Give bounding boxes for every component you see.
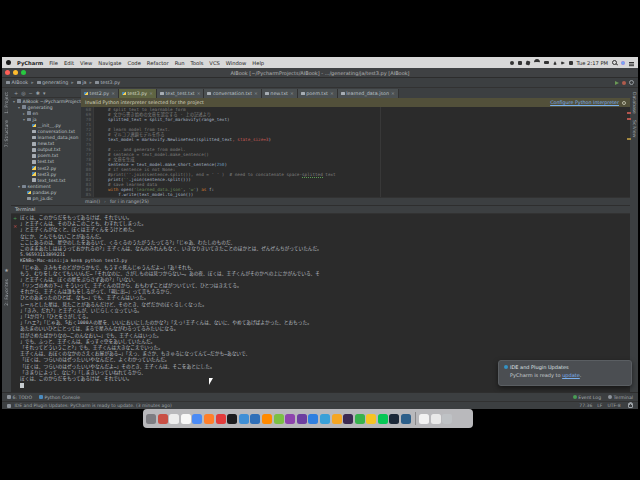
warning-stripe-mark[interactable]	[627, 138, 631, 140]
editor-tab-learned_data.json[interactable]: learned_data.json×	[338, 89, 399, 98]
hide-icon[interactable]: ▾	[43, 90, 46, 96]
menu-item-tools[interactable]: Tools	[191, 60, 204, 66]
display-icon[interactable]	[518, 61, 522, 65]
menu-item-navigate[interactable]: Navigate	[98, 60, 121, 66]
tool-button-favorites[interactable]: 2: Favorites	[4, 279, 9, 306]
close-tab-icon[interactable]: ×	[290, 91, 294, 96]
breadcrumb-item[interactable]: test3.py	[95, 80, 120, 85]
close-tab-icon[interactable]: ×	[330, 91, 334, 96]
close-tab-icon[interactable]: ×	[197, 91, 201, 96]
dock-icon-slack[interactable]	[285, 414, 295, 424]
dock-icon-document-stack[interactable]	[419, 414, 429, 424]
favorites-star-icon[interactable]: ★	[2, 267, 11, 273]
dock-icon-android-studio[interactable]	[274, 414, 284, 424]
locate-icon[interactable]: ◎	[21, 90, 25, 96]
wifi-icon[interactable]	[534, 59, 540, 66]
menu-item-refactor[interactable]: Refactor	[147, 60, 169, 66]
close-tab-icon[interactable]: ×	[254, 91, 258, 96]
menu-item-edit[interactable]: Edit	[64, 60, 74, 66]
dock-icon-lightning-app[interactable]	[332, 414, 342, 424]
plus-icon[interactable]: +	[14, 90, 18, 96]
dock-icon-trash[interactable]	[442, 414, 452, 424]
dock-icon-line[interactable]	[378, 414, 388, 424]
editor-tab-conversation.txt[interactable]: conversation.txt×	[204, 89, 261, 98]
breadcrumb-item[interactable]: AIBook▸	[6, 80, 34, 85]
debug-button-icon[interactable]	[622, 81, 626, 85]
dock-icon-launchpad[interactable]	[146, 414, 156, 424]
dock-icon-xcode[interactable]	[320, 414, 330, 424]
volume-icon[interactable]	[561, 61, 565, 65]
menu-item-vcs[interactable]: VCS	[209, 60, 219, 66]
tool-button-terminal[interactable]: Terminal	[608, 395, 633, 400]
terminal-header[interactable]: Terminal	[11, 205, 630, 214]
menu-item-view[interactable]: View	[80, 60, 92, 66]
monitor-icon[interactable]	[544, 61, 549, 65]
update-notification[interactable]: IDE and Plugin Updates PyCharm is ready …	[498, 360, 632, 386]
status-widget-77-36[interactable]: 77:36	[579, 403, 592, 408]
dock-icon-mail[interactable]	[158, 414, 168, 424]
menu-item-file[interactable]: File	[49, 60, 58, 66]
code-editor[interactable]: 68# split text to learnable form69# 文から書…	[81, 107, 630, 197]
add-icon[interactable]: +	[13, 216, 17, 221]
error-stripe-mark[interactable]	[627, 118, 631, 120]
dock-icon-firefox[interactable]	[204, 414, 214, 424]
apple-logo-icon[interactable]	[6, 60, 11, 65]
menu-item-window[interactable]: Window	[226, 60, 246, 66]
context-crumb[interactable]: main()	[85, 199, 100, 204]
menu-item-run[interactable]: Run	[175, 60, 185, 66]
close-tab-icon[interactable]: ×	[149, 91, 153, 96]
dock-icon-folder-blue-2[interactable]	[250, 414, 260, 424]
collapse-all-icon[interactable]: −	[29, 90, 33, 96]
dock-icon-safari[interactable]	[308, 414, 318, 424]
window-title-bar[interactable]: AIBook [~/PycharmProjects/AIBook] - .../…	[2, 68, 638, 78]
keyboard-brightness-icon[interactable]	[510, 61, 514, 65]
dock-icon-terminal-app[interactable]	[227, 414, 237, 424]
editor-tab-test3.py[interactable]: test3.py×	[119, 89, 157, 98]
notification-center-icon[interactable]	[629, 62, 634, 63]
settings-gear-icon[interactable]: ✱	[36, 90, 40, 96]
banner-settings-gear-icon[interactable]	[622, 101, 626, 105]
run-button-icon[interactable]	[615, 81, 619, 85]
toolwindow-toggle-icon[interactable]	[7, 404, 11, 408]
editor-tab-poem.txt[interactable]: poem.txt×	[298, 89, 338, 98]
dock-icon-textedit[interactable]	[169, 414, 179, 424]
close-tab-icon[interactable]: ×	[111, 91, 115, 96]
editor-tab-new.txt[interactable]: new.txt×	[262, 89, 298, 98]
readonly-lock-icon[interactable]	[628, 403, 634, 408]
menu-item-code[interactable]: Code	[128, 60, 141, 66]
close-icon[interactable]: ×	[13, 224, 17, 229]
tree-item[interactable]: pn_ja.dic	[11, 196, 81, 202]
dock-icon-game-app[interactable]	[355, 414, 365, 424]
close-tab-icon[interactable]: ×	[391, 91, 395, 96]
tool-button-6-todo[interactable]: 6: TODO	[7, 395, 32, 400]
menu-clock[interactable]: Tue 2:17 PM	[577, 60, 608, 66]
status-widget-utf-8[interactable]: UTF-8	[607, 403, 620, 408]
dock-icon-document-stack-2[interactable]	[431, 414, 441, 424]
breadcrumb-item[interactable]: ja▸	[77, 80, 92, 85]
update-link[interactable]: update	[562, 372, 580, 378]
dock-icon-folder-blue[interactable]	[239, 414, 249, 424]
tool-button-python-console[interactable]: Python Console	[39, 395, 80, 400]
siri-icon[interactable]	[621, 61, 625, 65]
editor-tab-text_test.txt[interactable]: text_test.txt×	[157, 89, 204, 98]
tool-button-structure[interactable]: 7: Structure	[4, 120, 9, 147]
dock-icon-sketch[interactable]	[366, 414, 376, 424]
dock-icon-steam[interactable]	[389, 414, 399, 424]
breadcrumb-item[interactable]: generating▸	[37, 80, 74, 85]
status-message[interactable]: IDE and Plugin Updates: PyCharm is ready…	[15, 403, 172, 408]
editor-tab-test2.py[interactable]: test2.py×	[81, 89, 119, 98]
menu-item-pycharm[interactable]: PyCharm	[17, 60, 43, 66]
dock-icon-vlc[interactable]	[262, 414, 272, 424]
dock-icon-document[interactable]	[181, 414, 191, 424]
status-widget-lf[interactable]: LF	[597, 403, 602, 408]
menu-item-help[interactable]: Help	[252, 60, 264, 66]
dock-icon-purple-app[interactable]	[297, 414, 307, 424]
dock-icon-opera[interactable]	[216, 414, 226, 424]
error-stripe-mark[interactable]	[627, 112, 631, 114]
dock-icon-chrome[interactable]	[192, 414, 202, 424]
dock-icon-dark-app[interactable]	[343, 414, 353, 424]
spotlight-search-icon[interactable]	[612, 60, 617, 65]
configure-interpreter-link[interactable]: Configure Python Interpreter	[550, 100, 619, 105]
tool-button-sciview[interactable]: SciView	[632, 120, 637, 138]
input-source-icon[interactable]	[569, 61, 573, 65]
